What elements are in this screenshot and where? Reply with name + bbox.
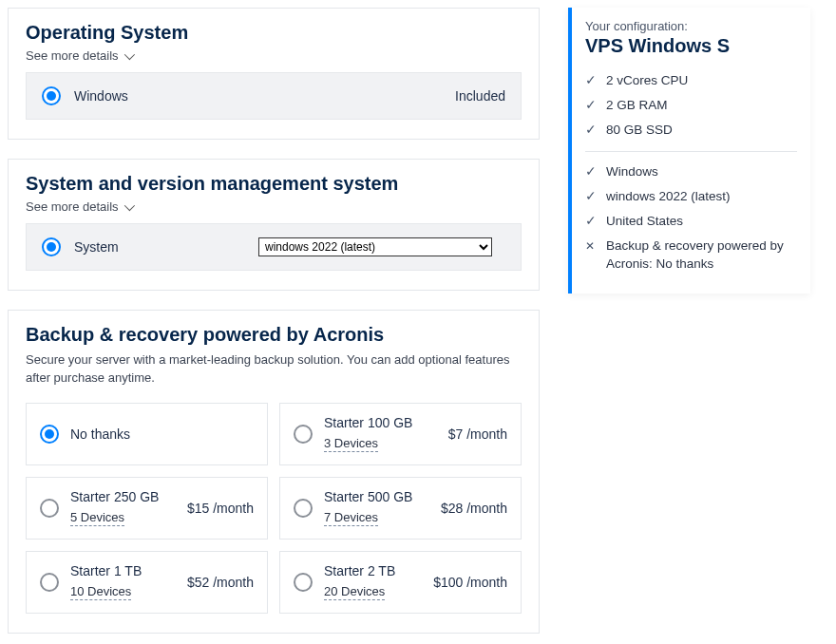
check-icon [585, 122, 598, 139]
spec-item: 80 GB SSD [585, 118, 797, 142]
config-item: windows 2022 (latest) [585, 184, 797, 209]
version-select[interactable]: windows 2022 (latest) [258, 237, 492, 256]
backup-plan-nothanks[interactable]: No thanks [26, 403, 268, 465]
plan-price: $28 /month [441, 501, 507, 516]
radio-icon[interactable] [42, 237, 61, 256]
plan-devices: 7 Devices [324, 510, 378, 526]
check-icon [585, 97, 598, 114]
config-spec-list: 2 vCores CPU 2 GB RAM 80 GB SSD Windows … [585, 68, 797, 276]
plan-devices: 10 Devices [70, 584, 131, 600]
backup-plan-500gb[interactable]: Starter 500 GB 7 Devices $28 /month [279, 477, 522, 540]
plan-name: Starter 100 GB [324, 415, 437, 430]
plan-price: $15 /month [187, 501, 254, 516]
config-summary: Your configuration: VPS Windows S 2 vCor… [568, 8, 810, 294]
radio-icon[interactable] [294, 573, 313, 592]
plan-name: Starter 1 TB [70, 563, 176, 578]
os-included-label: Included [455, 88, 505, 104]
plan-name: Starter 500 GB [324, 489, 429, 504]
backup-plan-grid: No thanks Starter 100 GB 3 Devices $7 /m… [26, 403, 522, 614]
backup-plan-100gb[interactable]: Starter 100 GB 3 Devices $7 /month [279, 403, 522, 465]
plan-name: Starter 2 TB [324, 563, 422, 578]
chevron-down-icon [124, 199, 134, 210]
plan-devices: 3 Devices [324, 436, 378, 452]
config-label: Your configuration: [585, 19, 797, 33]
check-icon [585, 163, 598, 180]
version-option-row: System windows 2022 (latest) [26, 223, 522, 271]
backup-title: Backup & recovery powered by Acronis [26, 324, 522, 346]
plan-name: Starter 250 GB [70, 489, 176, 504]
os-title: Operating System [26, 22, 522, 44]
config-item: Windows [585, 160, 797, 184]
version-see-more[interactable]: See more details [26, 199, 132, 214]
version-section: System and version management system See… [8, 159, 540, 291]
backup-plan-1tb[interactable]: Starter 1 TB 10 Devices $52 /month [26, 551, 268, 614]
os-option-row[interactable]: Windows Included [26, 72, 522, 120]
check-icon [585, 72, 598, 89]
version-option-label: System [74, 239, 245, 255]
radio-icon[interactable] [40, 425, 59, 444]
backup-plan-2tb[interactable]: Starter 2 TB 20 Devices $100 /month [279, 551, 522, 614]
radio-icon[interactable] [40, 573, 59, 592]
plan-devices: 20 Devices [324, 584, 385, 600]
plan-price: $7 /month [448, 426, 507, 442]
backup-section: Backup & recovery powered by Acronis Sec… [8, 310, 540, 634]
radio-icon[interactable] [294, 499, 313, 518]
radio-icon[interactable] [42, 86, 61, 105]
os-see-more[interactable]: See more details [26, 48, 132, 63]
plan-price: $52 /month [187, 575, 254, 590]
backup-plan-250gb[interactable]: Starter 250 GB 5 Devices $15 /month [26, 477, 268, 540]
radio-icon[interactable] [294, 425, 313, 444]
version-title: System and version management system [26, 173, 522, 195]
see-more-label: See more details [26, 48, 119, 63]
spec-item: 2 vCores CPU [585, 68, 797, 93]
spec-item: 2 GB RAM [585, 93, 797, 118]
config-item: United States [585, 209, 797, 234]
check-icon [585, 213, 598, 230]
backup-description: Secure your server with a market-leading… [26, 351, 522, 388]
config-item: Backup & recovery powered by Acronis: No… [585, 234, 797, 275]
os-section: Operating System See more details Window… [8, 8, 540, 140]
plan-price: $100 /month [433, 575, 507, 590]
plan-name: No thanks [70, 426, 254, 442]
divider [585, 151, 797, 152]
see-more-label: See more details [26, 199, 119, 214]
chevron-down-icon [124, 48, 134, 59]
plan-devices: 5 Devices [70, 510, 124, 526]
x-icon [585, 237, 598, 255]
config-title: VPS Windows S [585, 35, 797, 57]
check-icon [585, 188, 598, 205]
radio-icon[interactable] [40, 499, 59, 518]
os-option-label: Windows [74, 88, 128, 104]
